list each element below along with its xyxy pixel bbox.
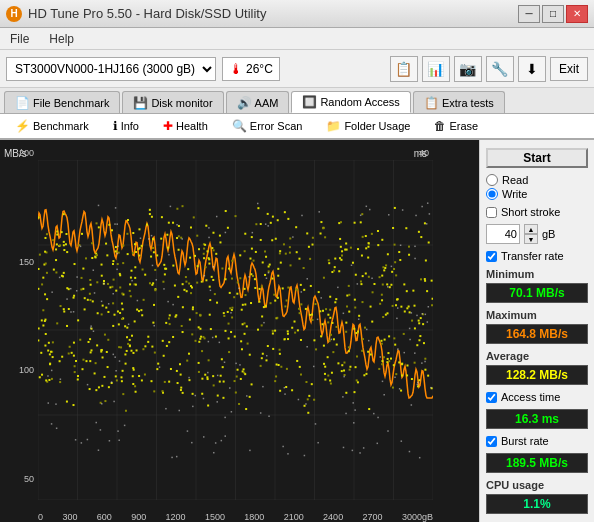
x-1200: 1200 [166,512,186,522]
aam-icon: 🔊 [237,96,252,110]
menu-bar: File Help [0,28,594,50]
tab-erase[interactable]: 🗑 Erase [423,114,489,138]
window-controls: ─ □ ✕ [518,5,588,23]
access-time-label: Access time [501,391,560,403]
toolbar-icon-5[interactable]: ⬇ [518,56,546,82]
maximize-button[interactable]: □ [542,5,564,23]
burst-rate-label: Burst rate [501,435,549,447]
read-radio[interactable] [486,174,498,186]
random-access-icon: 🔲 [302,95,317,109]
x-600: 600 [97,512,112,522]
access-time-checkbox[interactable] [486,392,497,403]
average-section: Average 128.2 MB/s [486,350,588,385]
main-content: MB/s ms 200 150 100 50 40 30 20 10 0 300… [0,140,594,522]
app-icon: H [6,6,22,22]
cpu-value: 1.1% [486,494,588,514]
extra-tests-icon: 📋 [424,96,439,110]
minimize-button[interactable]: ─ [518,5,540,23]
tab-aam-label: AAM [255,97,279,109]
toolbar-icon-4[interactable]: 🔧 [486,56,514,82]
short-stroke-row: ▲ ▼ gB [486,224,588,244]
burst-rate-checkbox-item[interactable]: Burst rate [486,435,588,447]
tab-file-benchmark[interactable]: 📄 File Benchmark [4,91,120,113]
toolbar: ST3000VN000-1HJ166 (3000 gB) 🌡 26°C 📋 📊 … [0,50,594,88]
write-label: Write [502,188,527,200]
read-label: Read [502,174,528,186]
close-button[interactable]: ✕ [566,5,588,23]
tabs-row-2: ⚡ Benchmark ℹ Info ✚ Health 🔍 Error Scan… [0,114,594,140]
tab-disk-monitor-label: Disk monitor [151,97,212,109]
tab-folder-usage-label: Folder Usage [344,120,410,132]
tab-erase-label: Erase [449,120,478,132]
exit-button[interactable]: Exit [550,57,588,81]
minimum-value: 70.1 MB/s [486,283,588,303]
cpu-section: CPU usage 1.1% [486,479,588,514]
disk-monitor-icon: 💾 [133,96,148,110]
x-300: 300 [62,512,77,522]
maximum-value: 164.8 MB/s [486,324,588,344]
toolbar-icons: 📋 📊 📷 🔧 ⬇ Exit [390,56,588,82]
minimum-label: Minimum [486,268,588,280]
right-panel: Start Read Write Short stroke ▲ ▼ gB [479,140,594,522]
tab-info[interactable]: ℹ Info [102,114,150,138]
y-axis-left: 200 150 100 50 [0,140,38,492]
tab-benchmark-label: Benchmark [33,120,89,132]
x-axis: 0 300 600 900 1200 1500 1800 2100 2400 2… [38,508,433,522]
transfer-rate-label: Transfer rate [501,250,564,262]
short-stroke-unit: gB [542,228,555,240]
short-stroke-checkbox-item[interactable]: Short stroke [486,206,588,218]
tab-health[interactable]: ✚ Health [152,114,219,138]
transfer-rate-checkbox[interactable] [486,251,497,262]
y-left-150: 150 [19,257,34,267]
spin-up-button[interactable]: ▲ [524,224,538,234]
average-value: 128.2 MB/s [486,365,588,385]
info-icon: ℹ [113,119,118,133]
write-radio-item[interactable]: Write [486,188,588,200]
folder-usage-icon: 📁 [326,119,341,133]
x-1800: 1800 [244,512,264,522]
error-scan-icon: 🔍 [232,119,247,133]
cpu-label: CPU usage [486,479,588,491]
start-button[interactable]: Start [486,148,588,168]
y-left-200: 200 [19,148,34,158]
tab-extra-tests[interactable]: 📋 Extra tests [413,91,505,113]
burst-rate-checkbox[interactable] [486,436,497,447]
benchmark-icon: ⚡ [15,119,30,133]
menu-file[interactable]: File [6,31,33,47]
tab-random-access-label: Random Access [320,96,399,108]
tab-disk-monitor[interactable]: 💾 Disk monitor [122,91,223,113]
short-stroke-spinner: ▲ ▼ [524,224,538,244]
toolbar-icon-3[interactable]: 📷 [454,56,482,82]
tab-folder-usage[interactable]: 📁 Folder Usage [315,114,421,138]
benchmark-chart [38,160,433,500]
health-icon: ✚ [163,119,173,133]
tab-file-benchmark-label: File Benchmark [33,97,109,109]
tab-aam[interactable]: 🔊 AAM [226,91,290,113]
y-left-100: 100 [19,365,34,375]
drive-select[interactable]: ST3000VN000-1HJ166 (3000 gB) [6,57,216,81]
read-radio-item[interactable]: Read [486,174,588,186]
short-stroke-label: Short stroke [501,206,560,218]
tab-extra-tests-label: Extra tests [442,97,494,109]
access-time-checkbox-item[interactable]: Access time [486,391,588,403]
tab-random-access[interactable]: 🔲 Random Access [291,91,410,113]
tab-benchmark[interactable]: ⚡ Benchmark [4,114,100,138]
toolbar-icon-2[interactable]: 📊 [422,56,450,82]
toolbar-icon-1[interactable]: 📋 [390,56,418,82]
tab-health-label: Health [176,120,208,132]
x-1500: 1500 [205,512,225,522]
temperature-display: 🌡 26°C [222,57,280,81]
maximum-label: Maximum [486,309,588,321]
access-time-value: 16.3 ms [486,409,588,429]
spin-down-button[interactable]: ▼ [524,234,538,244]
tab-error-scan-label: Error Scan [250,120,303,132]
menu-help[interactable]: Help [45,31,78,47]
transfer-rate-checkbox-item[interactable]: Transfer rate [486,250,588,262]
average-label: Average [486,350,588,362]
write-radio[interactable] [486,188,498,200]
chart-area: MB/s ms 200 150 100 50 40 30 20 10 0 300… [0,140,479,522]
short-stroke-input[interactable] [486,224,520,244]
x-0: 0 [38,512,43,522]
short-stroke-checkbox[interactable] [486,207,497,218]
tab-error-scan[interactable]: 🔍 Error Scan [221,114,314,138]
